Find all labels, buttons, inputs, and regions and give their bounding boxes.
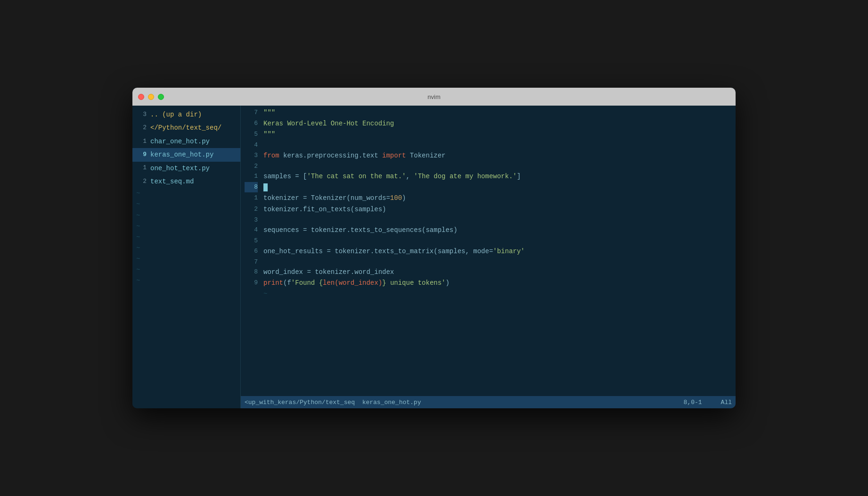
code-line-4: 4 <box>241 140 736 150</box>
statusbar-right: 8,0-1 All <box>684 399 732 406</box>
main-editor[interactable]: 7 """ 6 Keras Word-Level One-Hot Encodin… <box>241 106 736 408</box>
code-line-6: 6 Keras Word-Level One-Hot Encoding <box>241 118 736 129</box>
editor-container: 3 .. (up a dir) 2 </Python/text_seq/ 1 c… <box>132 106 736 408</box>
code-line-ohr: 6 one_hot_results = tokenizer.texts_to_m… <box>241 246 736 257</box>
tilde-9: ~ <box>132 275 240 286</box>
tilde-5: ~ <box>132 232 240 243</box>
tilde-2: ~ <box>132 199 240 210</box>
code-line-2: 2 <box>241 161 736 171</box>
close-button[interactable] <box>138 94 144 100</box>
code-line-7: 7 """ <box>241 107 736 118</box>
code-line-seq: 4 sequences = tokenizer.texts_to_sequenc… <box>241 225 736 236</box>
nvim-window: nvim 3 .. (up a dir) 2 </Python/text_seq… <box>132 88 736 408</box>
tilde-3: ~ <box>132 210 240 221</box>
tilde-bottom: ~ <box>241 289 736 299</box>
tilde-7: ~ <box>132 254 240 265</box>
sidebar-item-char[interactable]: 1 char_one_hot.py <box>132 135 240 148</box>
code-area: 7 """ 6 Keras Word-Level One-Hot Encodin… <box>241 106 736 396</box>
code-line-1: 1 samples = ['The cat sat on the mat.', … <box>241 171 736 182</box>
view-position: All <box>721 399 732 406</box>
file-tree: 3 .. (up a dir) 2 </Python/text_seq/ 1 c… <box>132 106 241 408</box>
minimize-button[interactable] <box>148 94 154 100</box>
code-line-print: 9 print(f'Found {len(word_index)} unique… <box>241 278 736 289</box>
sidebar-item-dir[interactable]: 2 </Python/text_seq/ <box>132 121 240 134</box>
code-line-empty3: 3 <box>241 215 736 225</box>
tilde-8: ~ <box>132 265 240 275</box>
code-line-empty5: 5 <box>241 236 736 246</box>
maximize-button[interactable] <box>158 94 164 100</box>
sidebar-item-one-hot[interactable]: 1 one_hot_text.py <box>132 162 240 175</box>
code-line-tok2: 2 tokenizer.fit_on_texts(samples) <box>241 204 736 215</box>
code-line-tok1: 1 tokenizer = Tokenizer(num_words=100) <box>241 193 736 204</box>
sidebar-item-up[interactable]: 3 .. (up a dir) <box>132 108 240 121</box>
sidebar-item-keras[interactable]: 9 keras_one_hot.py <box>132 148 240 161</box>
code-line-5: 5 """ <box>241 129 736 140</box>
code-line-wi: 8 word_index = tokenizer.word_index <box>241 267 736 278</box>
code-line-8-cursor: 8 <box>241 182 736 193</box>
titlebar: nvim <box>132 88 736 106</box>
tilde-1: ~ <box>132 188 240 199</box>
cursor-position: 8,0-1 <box>684 399 702 406</box>
statusbar-filepath: <up_with_keras/Python/text_seq keras_one… <box>245 399 684 406</box>
tilde-6: ~ <box>132 243 240 254</box>
code-line-empty7: 7 <box>241 257 736 267</box>
traffic-lights <box>138 94 164 100</box>
code-line-3: 3 from keras.preprocessing.text import T… <box>241 150 736 161</box>
window-title: nvim <box>427 93 440 100</box>
tilde-4: ~ <box>132 221 240 232</box>
sidebar-item-text-seq[interactable]: 2 text_seq.md <box>132 175 240 188</box>
statusbar: <up_with_keras/Python/text_seq keras_one… <box>241 396 736 408</box>
